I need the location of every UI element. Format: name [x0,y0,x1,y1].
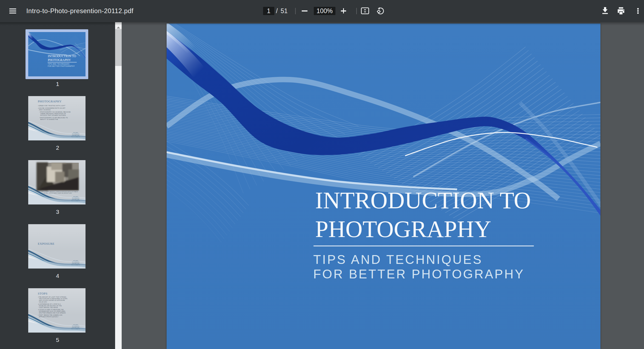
svg-text:▪“FAST” MEANS THE CAMERA CAN: ▪“FAST” MEANS THE CAMERA CAN [38,315,62,316]
svg-text:FOR BETTER PHOTOGRAPHY: FOR BETTER PHOTOGRAPHY [48,65,75,67]
svg-text:DIFFERENCES IN EV OF APERTURES: DIFFERENCES IN EV OF APERTURES, [39,311,66,312]
svg-text:BEAUTY IS SUBJECTIVE: BEAUTY IS SUBJECTIVE [40,119,58,120]
svg-text:PHOTOGRAPHY: PHOTOGRAPHY [71,200,80,201]
svg-text:‣PHOTOGRAPHY IS ART BECAUSE IT: ‣PHOTOGRAPHY IS ART BECAUSE ITS [39,117,68,119]
svg-text:PHYSICS THAT GOVERN SUCCESS: PHYSICS THAT GOVERN SUCCESS [40,115,66,116]
svg-text:EXPOSE A PHOTO QUICKLY: EXPOSE A PHOTO QUICKLY [39,316,59,318]
svg-text:AND A SCIENCE: AND A SCIENCE [39,109,51,111]
svg-text:▪THE AMOUNT OF LIGHT THAT STRI: ▪THE AMOUNT OF LIGHT THAT STRIKES [38,296,66,298]
svg-text:THERE ARE BASIC PRINCIPLES OF: THERE ARE BASIC PRINCIPLES OF [40,113,66,114]
svg-text:▪GREEK FOR “PAINTING WITH LIGH: ▪GREEK FOR “PAINTING WITH LIGHT” [38,105,65,106]
svg-text:FIRST PHOTOGRAPH TAKEN BY JOSE: FIRST PHOTOGRAPH TAKEN BY JOSEPH NICEPHO… [38,191,78,192]
svg-text:▪A STOP IS USED TO MEASURE THE: ▪A STOP IS USED TO MEASURE THE [38,309,64,310]
svg-text:THE FILM/CHIP IS MEASURED IN S: THE FILM/CHIP IS MEASURED IN STOPS [39,298,67,299]
svg-text:IN 1826, ON A BITUMEN-COATED A: IN 1826, ON A BITUMEN-COATED ALUMINUM PL… [44,193,72,194]
svg-text:▪A DIFFERENCE OF 1 STOP IS A: ▪A DIFFERENCE OF 1 STOP IS A [38,304,61,305]
svg-text:INTRODUCTION TO: INTRODUCTION TO [48,54,76,58]
svg-text:PHOTOGRAPHY: PHOTOGRAPHY [71,328,80,330]
svg-text:DOUBLING OR HALVING OF THE: DOUBLING OR HALVING OF THE [39,305,62,307]
svg-text:TIPS AND TECHNIQUES: TIPS AND TECHNIQUES [48,63,69,65]
svg-text:LIGHT MAKING THE IMAGE: LIGHT MAKING THE IMAGE [39,307,58,308]
svg-text:PHOTOGRAPHY: PHOTOGRAPHY [48,58,71,62]
svg-text:EXPOSURE: EXPOSURE [38,242,55,245]
svg-text:STOPS: STOPS [38,292,47,295]
svg-text:AND IS ALSO KNOWN AS EXPOSURE: AND IS ALSO KNOWN AS EXPOSURE [39,300,65,301]
svg-text:PHOTOGRAPHY: PHOTOGRAPHY [71,264,80,266]
svg-text:PHOTOGRAPHY: PHOTOGRAPHY [38,100,62,103]
svg-text:‣PHOTOGRAPHY IS A SCIENCE, BEC: ‣PHOTOGRAPHY IS A SCIENCE, BECAUSE [39,111,71,113]
svg-text:PHOTOGRAPHY: PHOTOGRAPHY [71,136,80,137]
svg-text:VALUE (EV): VALUE (EV) [39,301,47,303]
svg-text:SHUTTER SPEEDS AND FILM SPEEDS: SHUTTER SPEEDS AND FILM SPEEDS [39,312,66,314]
svg-text:▪CAN BE CONSIDERED BOTH AN ART: ▪CAN BE CONSIDERED BOTH AN ART [38,108,65,109]
